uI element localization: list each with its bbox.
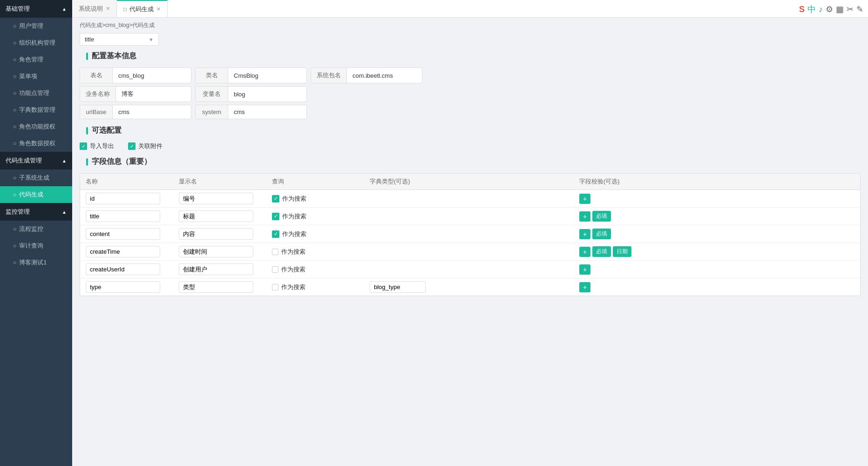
field-input-createtime-name[interactable] [86, 246, 160, 257]
field-input-id-display[interactable] [179, 193, 253, 204]
field-input-title-name[interactable] [86, 210, 160, 222]
sidebar-section-codegen[interactable]: 代码生成管理 ▲ [0, 152, 72, 169]
field-cell-createtime-validate: + 必填 日期 [574, 246, 860, 257]
field-cell-type-name [80, 281, 173, 293]
field-cell-createtime-name [80, 246, 173, 257]
query-unchecked-icon[interactable] [272, 249, 278, 255]
sidebar-item-blog-test[interactable]: ○博客测试1 [0, 254, 72, 271]
btn-plus-type[interactable]: + [579, 282, 590, 292]
field-row-type: 作为搜索 + [80, 278, 860, 296]
s-icon[interactable]: S [799, 5, 805, 14]
field-input-type-display[interactable] [179, 281, 253, 293]
sidebar-item-audit-query[interactable]: ○审计查询 [0, 237, 72, 254]
sidebar-item-org-mgmt[interactable]: ○组织机构管理 [0, 34, 72, 51]
zh-icon[interactable]: 中 [807, 4, 816, 15]
query-checked-icon[interactable]: ✓ [272, 230, 279, 238]
field-cell-content-query: ✓ 作为搜索 [266, 230, 364, 238]
breadcrumb-text: 代码生成>cms_blog>代码生成 [80, 22, 155, 28]
btn-plus-content[interactable]: + [579, 229, 590, 239]
field-cell-content-validate: + 必填 [574, 229, 860, 239]
edit-icon[interactable]: ✎ [856, 4, 863, 14]
sidebar-item-role-func[interactable]: ○角色功能授权 [0, 118, 72, 135]
sidebar-item-user-mgmt[interactable]: ○用户管理 [0, 18, 72, 34]
circle-icon: ○ [13, 90, 16, 96]
optional-item-attach-label: 关联附件 [138, 142, 163, 150]
field-cell-content-name [80, 228, 173, 240]
sidebar-item-flow-monitor[interactable]: ○流程监控 [0, 221, 72, 237]
tab-code-gen[interactable]: □ 代码生成 ✕ [117, 0, 168, 17]
query-unchecked-icon[interactable] [272, 266, 278, 273]
btn-plus-id[interactable]: + [579, 194, 590, 204]
circle-icon: ○ [13, 243, 16, 249]
info-value-classname: CmsBlog [228, 68, 264, 83]
field-cell-createtime-display [173, 246, 266, 257]
circle-icon: ○ [13, 191, 16, 198]
sidebar-item-user-mgmt-label: 用户管理 [19, 22, 43, 30]
field-table: 名称 显示名 查询 字典类型(可选) 字段校验(可选) ✓ [80, 173, 861, 296]
circle-icon: ○ [13, 23, 16, 29]
scissors-icon[interactable]: ✂ [847, 4, 854, 14]
sidebar-item-dict-mgmt[interactable]: ○字典数据管理 [0, 101, 72, 118]
btn-required-content[interactable]: 必填 [592, 229, 611, 239]
field-cell-content-display [173, 228, 266, 240]
optional-item-import-export[interactable]: ✓ 导入导出 [80, 142, 114, 150]
sidebar-item-role-data[interactable]: ○角色数据授权 [0, 135, 72, 152]
circle-icon: ○ [13, 226, 16, 232]
field-cell-id-validate: + [574, 194, 860, 204]
top-right-icons: S 中 ♪ ⚙ ▦ ✂ ✎ [799, 4, 863, 15]
dropdown-title[interactable]: title ▼ [80, 33, 159, 46]
btn-plus-title[interactable]: + [579, 211, 590, 222]
field-input-id-name[interactable] [86, 193, 160, 204]
btn-date-createtime[interactable]: 日期 [613, 246, 631, 257]
music-icon[interactable]: ♪ [819, 5, 823, 14]
tab-bar: 系统说明 ✕ □ 代码生成 ✕ [72, 0, 868, 18]
sidebar-monitor-items: ○流程监控 ○审计查询 ○博客测试1 [0, 221, 72, 271]
checkbox-checked-icon: ✓ [80, 142, 87, 150]
optional-item-attach[interactable]: ✓ 关联附件 [128, 142, 163, 150]
query-checked-icon[interactable]: ✓ [272, 195, 279, 203]
field-cell-type-validate: + [574, 282, 860, 292]
info-cell-bizname: 业务名称 博客 [80, 86, 191, 102]
info-value-tablename: cms_blog [113, 68, 150, 83]
circle-icon: ○ [13, 123, 16, 130]
sidebar-section-monitor[interactable]: 监控管理 ▲ [0, 203, 72, 221]
info-label-system: system [196, 105, 228, 119]
optional-title: 可选配置 [86, 126, 861, 135]
sidebar-section-monitor-label: 监控管理 [6, 208, 30, 216]
query-unchecked-icon[interactable] [272, 284, 278, 290]
btn-plus-createtime[interactable]: + [579, 247, 590, 257]
field-input-createtime-display[interactable] [179, 246, 253, 257]
field-input-createuserid-display[interactable] [179, 263, 253, 275]
keyboard-icon[interactable]: ▦ [836, 4, 844, 14]
field-input-content-display[interactable] [179, 228, 253, 240]
btn-required-createtime[interactable]: 必填 [592, 246, 611, 257]
sidebar-item-role-data-label: 角色数据授权 [19, 139, 55, 148]
checkbox-checked-icon: ✓ [128, 142, 136, 150]
field-cell-createuserid-display [173, 263, 266, 275]
sidebar-item-func-mgmt[interactable]: ○功能点管理 [0, 85, 72, 101]
field-input-type-name[interactable] [86, 281, 160, 293]
tab-code-gen-close[interactable]: ✕ [156, 6, 161, 12]
field-input-title-display[interactable] [179, 210, 253, 222]
field-input-content-name[interactable] [86, 228, 160, 240]
sidebar-item-role-mgmt[interactable]: ○角色管理 [0, 51, 72, 68]
grid-icon[interactable]: ⚙ [826, 4, 833, 14]
sidebar-item-role-func-label: 角色功能授权 [19, 122, 55, 131]
circle-icon: ○ [13, 107, 16, 113]
query-checked-icon[interactable]: ✓ [272, 213, 279, 220]
field-input-createuserid-name[interactable] [86, 263, 160, 275]
field-cell-type-query: 作为搜索 [266, 283, 364, 291]
info-label-varname: 变量名 [196, 87, 228, 101]
tab-sys-desc-label: 系统说明 [79, 5, 103, 13]
sidebar-item-menu[interactable]: ○菜单项 [0, 68, 72, 85]
btn-required-title[interactable]: 必填 [592, 211, 611, 222]
tab-sys-desc[interactable]: 系统说明 ✕ [72, 0, 117, 17]
btn-plus-createuserid[interactable]: + [579, 264, 590, 275]
field-input-type-dict[interactable] [370, 281, 426, 293]
optional-items: ✓ 导入导出 ✓ 关联附件 [80, 142, 861, 150]
tab-sys-desc-close[interactable]: ✕ [106, 6, 110, 12]
sidebar-item-code-gen[interactable]: ○代码生成 [0, 186, 72, 203]
sidebar-item-subsys-gen[interactable]: ○子系统生成 [0, 169, 72, 186]
sidebar-section-basic[interactable]: 基础管理 ▲ [0, 0, 72, 18]
breadcrumb: 代码生成>cms_blog>代码生成 [72, 18, 868, 33]
